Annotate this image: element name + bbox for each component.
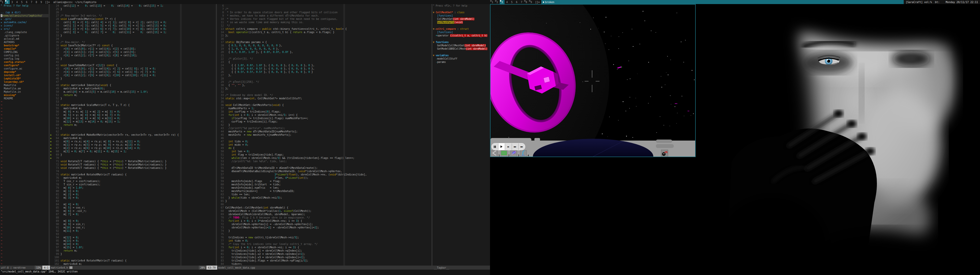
code-line: +67 m[2] = rz.x; m[6] = rz.y; m[10] = rz…: [50, 146, 216, 150]
hud-button-3[interactable]: [511, 150, 517, 157]
workspace-tag-8[interactable]: 8: [524, 0, 529, 4]
tagbar-line[interactable]: GetModelCollMeshSet(int sbreModel): [433, 44, 490, 47]
code-line: 8 * In order to do space station doors a…: [217, 11, 431, 14]
nerdtree-file-depcomp[interactable]: depcomp*: [0, 70, 48, 74]
workspace-tag-7[interactable]: 7: [519, 0, 524, 4]
tagbar-line[interactable]: [functions]: [433, 30, 490, 34]
nerdtree-file-Lephisto3D[interactable]: Lephisto3D*: [0, 77, 48, 80]
code-line: 92 m[11] = 0;: [50, 229, 216, 232]
tagbar-line[interactable]: GetMeshParts(void): [433, 21, 490, 24]
nerdtree-file-Makefileam[interactable]: Makefile.am: [0, 87, 48, 90]
nerdtree-file-configstatus[interactable]: config.status*: [0, 60, 48, 64]
nerdtree-dir-git[interactable]: ▸ .git/: [0, 17, 48, 21]
tagbar-pane[interactable]: " Press <F1>, ? for help▼ CollMeshSet* :…: [433, 4, 490, 266]
nerdtree-help-line[interactable]: " Press ? for help: [0, 4, 48, 7]
tagbar-line[interactable]: " Press <F1>, ? for help: [433, 4, 490, 7]
tagbar-line[interactable]: CollMeshSet(int sbreModel): [433, 17, 490, 21]
code-line: 97 m[15] = 1.0f;: [50, 246, 216, 249]
game-window[interactable]: ▶▶▶▶▶▶▶▶ 1234: [490, 4, 696, 157]
workspace-tag-5[interactable]: 5: [509, 0, 514, 4]
code-pane-matrix4x4[interactable]: 24 cell[12] = 0; cell[13] = 0; cell[14] …: [50, 4, 216, 266]
statusline-tagbar-label: __Tagbar__: [433, 266, 449, 269]
panel-tab[interactable]: [656, 139, 672, 143]
tagbar-line[interactable]: GetModelSBRECollMesh(int sbreModel): [433, 47, 490, 51]
nerdtree-file-configure[interactable]: configure*: [0, 64, 48, 67]
nerdtree-file-COMPILING[interactable]: COMPILING: [0, 51, 48, 54]
empty-line-tilde: ~: [0, 166, 48, 169]
nerdtree-dir-autom4tecache[interactable]: ▸ autom4te.cache/: [0, 21, 48, 24]
nerdtree-root-path[interactable]: /home/allanis/src/lephisto/: [0, 14, 48, 17]
tagbar-line[interactable]: +operator ()(coltri_t a, coltri_t b): [433, 34, 490, 37]
nerdtree-file-compile[interactable]: compile*: [0, 47, 48, 51]
tagbar-line[interactable]: [functions]: [433, 14, 490, 17]
workspace-tag-6[interactable]: 6: [514, 0, 519, 4]
comms-button[interactable]: [661, 150, 668, 157]
workspace-tag-2[interactable]: 2: [5, 0, 10, 4]
empty-line-tilde: ~: [0, 183, 48, 186]
hud-button-1[interactable]: [491, 150, 498, 157]
time-control-ff-2x[interactable]: ▶▶: [505, 143, 512, 150]
nerdtree-file-clang_complete[interactable]: .clang_complete: [0, 30, 48, 34]
workspace-tag-7[interactable]: 7: [29, 0, 34, 4]
nerdtree-file-configlog[interactable]: config.log: [0, 57, 48, 60]
workspace-tag-6[interactable]: 6: [24, 0, 29, 4]
workspace-tag-2[interactable]: 2: [495, 0, 500, 4]
code-line: 50 int len = 0;: [217, 150, 431, 153]
workspace-tag-8[interactable]: 8: [34, 0, 39, 4]
empty-line-tilde: ~: [0, 229, 48, 232]
nerdtree-file-README[interactable]: README: [0, 97, 48, 100]
nerdtree-pane[interactable]: " Press ? for help.. (up a dir)/home/all…: [0, 4, 48, 266]
tagbar-line[interactable]: ▼ CollMeshSet* : class: [433, 11, 490, 14]
statusline-nerdtree-position: 4:1: [42, 266, 50, 270]
code-line: 54: [217, 163, 431, 166]
nerdtree-file-installsh[interactable]: install-sh*: [0, 74, 48, 77]
tagbar-line[interactable]: ▼-coltri_compare : struct: [433, 27, 490, 30]
nerdtree-file-configureac[interactable]: configure.ac: [0, 67, 48, 70]
workspace-tag-9[interactable]: 9: [39, 0, 44, 4]
layout-symbol[interactable]: []=: [534, 0, 541, 4]
empty-line-tilde: ~: [0, 150, 48, 153]
code-pane-coll-mesh[interactable]: 67/*8 * In order to do space station doo…: [217, 4, 431, 266]
nerdtree-file-missing[interactable]: missing*: [0, 93, 48, 97]
workspace-tag-9[interactable]: 9: [529, 0, 534, 4]
empty-line-tilde: ~: [0, 236, 48, 239]
tagbar-line[interactable]: ▼ functions: [433, 41, 490, 44]
nerdtree-file-gitignore[interactable]: .gitignore: [0, 34, 48, 37]
workspace-tag-4[interactable]: 4: [14, 0, 19, 4]
workspace-tag-3[interactable]: 3: [500, 0, 504, 4]
nerdtree-file-aclocalm4[interactable]: aclocal.m4: [0, 37, 48, 41]
workspace-tag-5[interactable]: 5: [19, 0, 24, 4]
workspace-tag-1[interactable]: 1: [490, 0, 495, 4]
code-line: 35: [217, 100, 431, 103]
workspace-tag-3[interactable]: 3: [10, 0, 14, 4]
time-control-play[interactable]: [498, 143, 505, 150]
workspace-tag-4[interactable]: 4: [504, 0, 509, 4]
time-control-pause[interactable]: [492, 143, 498, 150]
nerdtree-file-locperdaysh[interactable]: locperday.sh*: [0, 80, 48, 84]
time-control-ff-8x[interactable]: ▶▶▶: [519, 143, 525, 150]
code-line: 56 m[ 0] = x; m[ 1] = m[ 2] = m[ 3] = 0;: [50, 110, 216, 113]
tagbar-line[interactable]: -modelCollStuff: [433, 57, 490, 60]
layout-symbol[interactable]: []=: [44, 0, 51, 4]
empty-line-tilde: ~: [0, 216, 48, 219]
blank-line: [433, 37, 490, 41]
nerdtree-dir-src[interactable]: ▸ src/: [0, 27, 48, 30]
nerdtree-dir-icons[interactable]: ▸ icons/: [0, 24, 48, 27]
code-line: 59 meshInfo[midx].flags = flag;: [217, 180, 431, 183]
panel-tab[interactable]: [656, 144, 674, 148]
nerdtree-file-configini[interactable]: config.ini: [0, 54, 48, 57]
time-control-ff-4x[interactable]: ▶▶▶: [512, 143, 519, 150]
empty-line-tilde: ~: [0, 226, 48, 229]
hud-button-2[interactable]: [501, 150, 508, 157]
workspace-tag-1[interactable]: 1: [0, 0, 5, 4]
code-line: 33}: [50, 34, 216, 37]
nerdtree-file-Makefilein[interactable]: Makefile.in: [0, 90, 48, 93]
nerdtree-file-AUTHORS[interactable]: AUTHORS: [0, 41, 48, 44]
tagbar-line[interactable]: -params: [433, 60, 490, 64]
hud-button-4[interactable]: [520, 150, 527, 157]
nerdtree-file-Makefile[interactable]: Makefile: [0, 84, 48, 87]
tagbar-line[interactable]: ▼ variables: [433, 54, 490, 57]
nerdtree-up-dir[interactable]: .. (up a dir): [0, 11, 48, 14]
vim-command-line[interactable]: "src/model_coll_mesh_data.cpp" 104L, 343…: [0, 270, 490, 275]
nerdtree-file-bootstrap[interactable]: bootstrap*: [0, 44, 48, 47]
